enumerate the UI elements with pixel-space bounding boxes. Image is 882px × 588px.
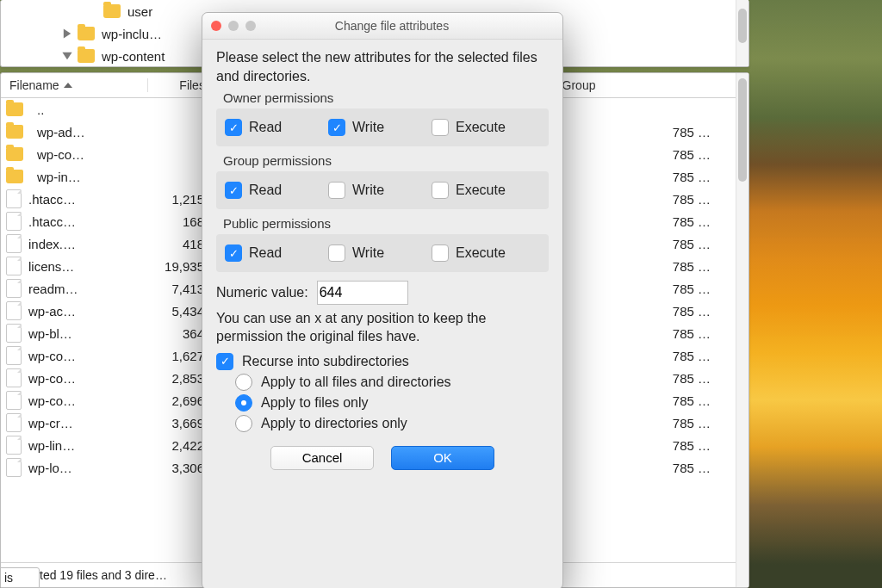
permission-read-option[interactable]: Read — [225, 244, 328, 262]
file-icon — [6, 212, 22, 231]
radio-button[interactable] — [235, 415, 252, 432]
change-attributes-dialog: Change file attributes Please select the… — [202, 12, 563, 588]
file-name: index.… — [28, 237, 76, 251]
permission-label: Execute — [456, 120, 506, 135]
ok-button[interactable]: OK — [391, 446, 494, 470]
permission-label: Write — [352, 245, 384, 261]
permission-exec-option[interactable]: Execute — [432, 244, 535, 262]
file-name: wp-lo… — [28, 461, 72, 475]
permission-label: Execute — [456, 245, 506, 261]
folder-icon — [6, 125, 23, 139]
window-zoom-icon — [245, 21, 256, 31]
cancel-button[interactable]: Cancel — [270, 446, 374, 470]
tree-item-label: wp-inclu… — [102, 27, 162, 41]
permission-group: ReadWriteExecute — [216, 108, 549, 146]
file-name: wp-co… — [28, 371, 76, 386]
file-icon — [6, 413, 22, 432]
sort-ascending-icon — [64, 83, 72, 88]
checkbox[interactable] — [328, 182, 345, 199]
permission-group: ReadWriteExecute — [216, 234, 549, 272]
permission-write-option[interactable]: Write — [328, 182, 432, 199]
file-name: wp-co… — [37, 147, 84, 162]
radio-button[interactable] — [235, 394, 252, 412]
apply-option[interactable]: Apply to directories only — [235, 415, 549, 432]
file-name: readm… — [28, 282, 78, 296]
file-icon — [6, 391, 22, 410]
radio-button[interactable] — [235, 374, 252, 391]
recurse-label: Recurse into subdirectories — [242, 354, 409, 369]
file-name: wp-co… — [28, 349, 76, 363]
apply-option-label: Apply to all files and directories — [261, 374, 451, 390]
file-icon — [6, 324, 22, 343]
tree-scrollbar[interactable] — [736, 0, 748, 66]
checkbox[interactable] — [225, 244, 242, 262]
tree-item-label: wp-content — [102, 49, 165, 64]
window-minimize-icon — [228, 21, 239, 31]
window-close-icon[interactable] — [211, 21, 221, 31]
checkbox[interactable] — [432, 182, 449, 199]
checkbox[interactable] — [225, 119, 242, 136]
file-name: wp-in… — [37, 170, 81, 184]
file-name: wp-co… — [28, 393, 76, 408]
folder-icon — [103, 4, 121, 18]
file-name: wp-bl… — [28, 326, 72, 341]
file-icon — [6, 301, 22, 320]
folder-icon — [78, 49, 95, 63]
checkbox[interactable] — [432, 119, 449, 136]
file-name: wp-lin… — [28, 438, 75, 453]
permission-exec-option[interactable]: Execute — [432, 119, 535, 136]
folder-icon — [78, 27, 95, 40]
file-name: licens… — [28, 259, 74, 274]
permission-label: Write — [352, 120, 384, 135]
dialog-instruction: Please select the new attributes for the… — [216, 48, 549, 85]
disclosure-down-icon — [61, 50, 73, 62]
permission-group-label: Group permissions — [223, 153, 549, 168]
file-name: .htacc… — [28, 192, 76, 207]
folder-icon — [6, 102, 23, 116]
apply-option-label: Apply to files only — [261, 395, 369, 411]
permission-exec-option[interactable]: Execute — [432, 182, 535, 199]
checkbox[interactable] — [328, 244, 345, 262]
file-name: wp-cr… — [28, 416, 73, 430]
checkbox[interactable] — [225, 182, 242, 199]
permission-group-label: Public permissions — [223, 216, 549, 231]
file-icon — [6, 189, 22, 208]
permission-read-option[interactable]: Read — [225, 182, 328, 199]
permission-write-option[interactable]: Write — [328, 244, 432, 262]
dialog-title: Change file attributes — [256, 19, 528, 33]
permission-group-label: Owner permissions — [223, 90, 549, 105]
permission-read-option[interactable]: Read — [225, 119, 328, 136]
file-icon — [6, 368, 22, 387]
permission-write-option[interactable]: Write — [328, 119, 432, 136]
list-scrollbar[interactable] — [736, 73, 748, 587]
dialog-titlebar[interactable]: Change file attributes — [202, 13, 562, 40]
file-icon — [6, 257, 22, 275]
apply-option[interactable]: Apply to all files and directories — [235, 374, 549, 391]
file-icon — [6, 458, 22, 477]
file-name: .htacc… — [28, 214, 76, 229]
numeric-hint: You can use an x at any position to keep… — [216, 310, 549, 346]
folder-icon — [6, 147, 23, 161]
numeric-value-label: Numeric value: — [216, 285, 308, 300]
checkbox[interactable] — [432, 244, 449, 262]
recurse-checkbox[interactable] — [216, 353, 233, 370]
apply-option[interactable]: Apply to files only — [235, 394, 549, 412]
permission-label: Read — [249, 245, 282, 261]
checkbox[interactable] — [328, 119, 345, 136]
folder-icon — [6, 170, 23, 183]
permission-label: Read — [249, 120, 282, 135]
recurse-checkbox-row[interactable]: Recurse into subdirectories — [216, 353, 549, 370]
permission-label: Execute — [456, 183, 506, 198]
file-icon — [6, 436, 22, 455]
file-icon — [6, 279, 22, 298]
disclosure-right-icon — [61, 28, 73, 40]
file-name: wp-ad… — [37, 125, 85, 139]
col-filename[interactable]: Filename — [1, 78, 148, 92]
permission-label: Read — [249, 183, 282, 198]
col-owner-group[interactable]: r/Group — [546, 78, 736, 92]
permission-label: Write — [352, 183, 384, 198]
file-name: wp-ac… — [28, 304, 76, 319]
numeric-value-input[interactable] — [317, 281, 408, 305]
apply-option-label: Apply to directories only — [261, 416, 407, 431]
permission-group: ReadWriteExecute — [216, 171, 549, 209]
